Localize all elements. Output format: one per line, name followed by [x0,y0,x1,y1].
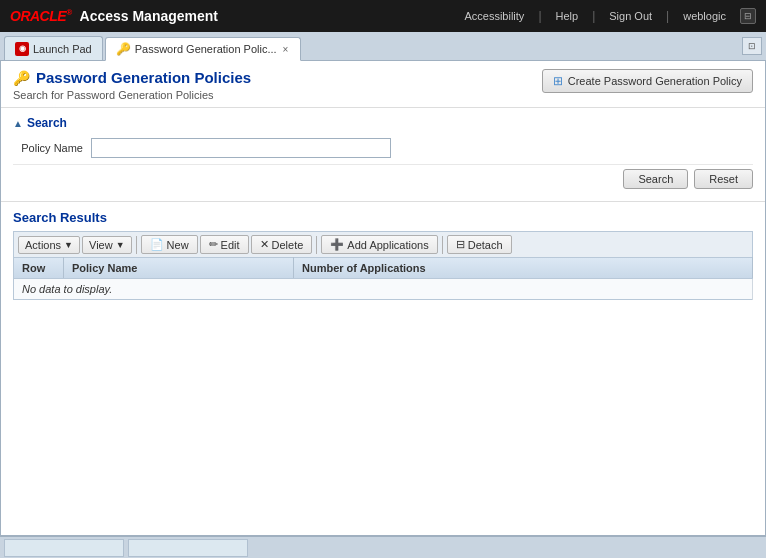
add-applications-button[interactable]: ➕ Add Applications [321,235,437,254]
delete-button[interactable]: ✕ Delete [251,235,313,254]
detach-button[interactable]: ⊟ Detach [447,235,512,254]
policy-name-row: Policy Name [13,138,753,158]
search-section: ▲ Search Policy Name Search Reset [1,108,765,202]
results-toolbar: Actions ▼ View ▼ 📄 New ✏ Edit ✕ Delete [13,231,753,257]
accessibility-link[interactable]: Accessibility [464,10,524,22]
status-item-2 [128,539,248,557]
col-header-apps: Number of Applications [294,258,753,279]
user-link[interactable]: weblogic [683,10,726,22]
view-label: View [89,239,113,251]
page-header: 🔑 Password Generation Policies Search fo… [1,61,765,108]
create-btn-label: Create Password Generation Policy [568,75,742,87]
reset-button[interactable]: Reset [694,169,753,189]
no-data-message: No data to display. [14,279,753,300]
page-title-key-icon: 🔑 [13,70,30,86]
launchpad-icon: ◉ [15,42,29,56]
tab-launchpad-label: Launch Pad [33,43,92,55]
col-header-policy: Policy Name [64,258,294,279]
table-no-data-row: No data to display. [14,279,753,300]
window-control-icon[interactable]: ⊟ [740,8,756,24]
nav-links: Accessibility | Help | Sign Out | weblog… [464,8,756,24]
toolbar-divider-3 [442,236,443,254]
tab-launchpad[interactable]: ◉ Launch Pad [4,36,103,60]
edit-button[interactable]: ✏ Edit [200,235,249,254]
create-icon: ⊞ [553,74,563,88]
search-section-title: Search [27,116,67,130]
edit-label: Edit [221,239,240,251]
detach-icon: ⊟ [456,238,465,251]
col-header-row: Row [14,258,64,279]
new-icon: 📄 [150,238,164,251]
detach-label: Detach [468,239,503,251]
create-policy-button[interactable]: ⊞ Create Password Generation Policy [542,69,753,93]
new-button[interactable]: 📄 New [141,235,198,254]
search-button[interactable]: Search [623,169,688,189]
actions-label: Actions [25,239,61,251]
actions-chevron-icon: ▼ [64,240,73,250]
results-title: Search Results [13,210,753,225]
status-bar [0,536,766,558]
help-link[interactable]: Help [556,10,579,22]
signout-link[interactable]: Sign Out [609,10,652,22]
brand: ORACLE® Access Management [10,8,218,24]
delete-label: Delete [272,239,304,251]
page-title: 🔑 Password Generation Policies [13,69,251,86]
edit-icon: ✏ [209,238,218,251]
collapse-icon: ▲ [13,118,23,129]
policy-name-input[interactable] [91,138,391,158]
page-header-right: ⊞ Create Password Generation Policy [542,69,753,93]
main-content: 🔑 Password Generation Policies Search fo… [0,61,766,536]
tab-close-btn[interactable]: × [281,44,291,55]
results-table: Row Policy Name Number of Applications N… [13,257,753,300]
delete-icon: ✕ [260,238,269,251]
key-icon: 🔑 [116,42,131,56]
tab-active-label: Password Generation Polic... [135,43,277,55]
status-item-1 [4,539,124,557]
oracle-logo: ORACLE® [10,8,72,24]
table-header-row: Row Policy Name Number of Applications [14,258,753,279]
search-section-header[interactable]: ▲ Search [13,116,753,130]
page-subtitle: Search for Password Generation Policies [13,89,251,101]
tabs: ◉ Launch Pad 🔑 Password Generation Polic… [4,36,301,60]
add-apps-icon: ➕ [330,238,344,251]
tab-bar-right: ⊡ [742,37,762,59]
tab-password-policy[interactable]: 🔑 Password Generation Polic... × [105,37,302,61]
page-header-left: 🔑 Password Generation Policies Search fo… [13,69,251,101]
policy-name-label: Policy Name [13,142,83,154]
search-btn-row: Search Reset [13,164,753,193]
maximize-button[interactable]: ⊡ [742,37,762,55]
top-navigation: ORACLE® Access Management Accessibility … [0,0,766,32]
add-apps-label: Add Applications [347,239,428,251]
view-dropdown[interactable]: View ▼ [82,236,132,254]
toolbar-divider-2 [316,236,317,254]
view-chevron-icon: ▼ [116,240,125,250]
actions-dropdown[interactable]: Actions ▼ [18,236,80,254]
toolbar-divider-1 [136,236,137,254]
results-section: Search Results Actions ▼ View ▼ 📄 New ✏ … [1,202,765,308]
new-label: New [167,239,189,251]
app-title: Access Management [80,8,219,24]
tab-bar: ◉ Launch Pad 🔑 Password Generation Polic… [0,32,766,61]
